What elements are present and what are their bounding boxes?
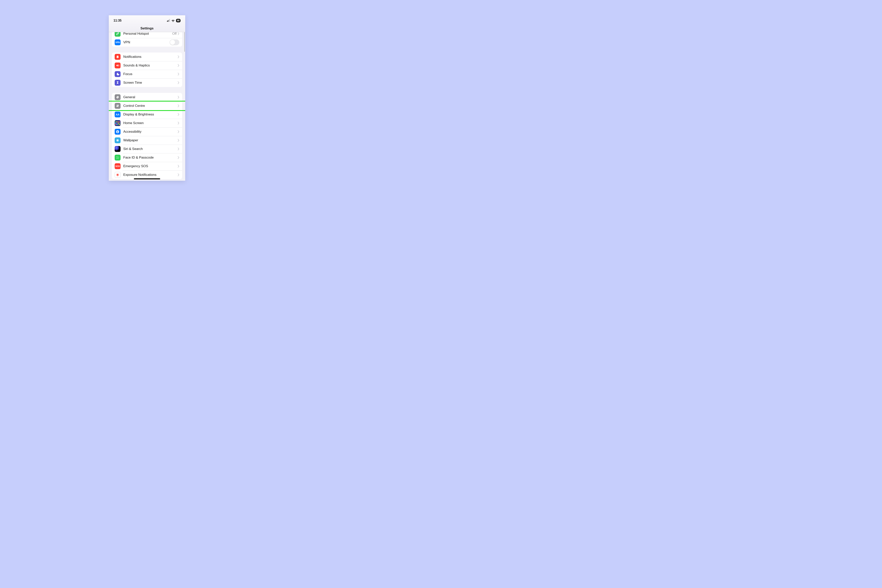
svg-point-16 bbox=[118, 157, 118, 158]
chevron-right-icon bbox=[178, 64, 179, 67]
row-label: Exposure Notifications bbox=[123, 173, 178, 177]
settings-row-notifications[interactable]: Notifications bbox=[112, 52, 182, 61]
svg-line-24 bbox=[118, 174, 118, 174]
settings-row-vpn[interactable]: VPNVPN bbox=[112, 38, 182, 46]
row-label: Personal Hotspot bbox=[123, 32, 172, 36]
page-title: Settings bbox=[109, 25, 185, 32]
settings-row-general[interactable]: General bbox=[112, 93, 182, 102]
hourglass-icon bbox=[115, 80, 120, 86]
settings-group: GeneralControl CentreAADisplay & Brightn… bbox=[112, 93, 182, 179]
chevron-right-icon bbox=[178, 122, 179, 124]
svg-line-25 bbox=[117, 176, 117, 176]
chevron-right-icon bbox=[178, 139, 179, 142]
row-label: Accessibility bbox=[123, 130, 178, 134]
chevron-right-icon bbox=[178, 165, 179, 168]
switches-icon bbox=[115, 103, 120, 109]
row-label: General bbox=[123, 95, 178, 99]
siri-icon bbox=[115, 146, 120, 152]
flower-icon bbox=[115, 137, 120, 143]
row-label: VPN bbox=[123, 40, 170, 44]
wifi-icon bbox=[171, 19, 175, 22]
svg-point-15 bbox=[117, 157, 117, 158]
chevron-right-icon bbox=[178, 32, 179, 35]
settings-group: Personal HotspotOffVPNVPN bbox=[112, 32, 182, 46]
settings-row-focus[interactable]: Focus bbox=[112, 70, 182, 78]
svg-point-3 bbox=[117, 97, 118, 98]
home-indicator[interactable] bbox=[134, 178, 160, 179]
row-label: Home Screen bbox=[123, 121, 178, 125]
vpn-icon: VPN bbox=[115, 39, 120, 45]
settings-row-siri[interactable]: Siri & Search bbox=[112, 145, 182, 153]
chevron-right-icon bbox=[178, 56, 179, 58]
scrollbar[interactable] bbox=[184, 32, 185, 52]
speaker-icon bbox=[115, 63, 120, 68]
row-label: Face ID & Passcode bbox=[123, 156, 178, 159]
toggle-switch[interactable] bbox=[170, 39, 179, 45]
chevron-right-icon bbox=[178, 113, 179, 116]
chevron-right-icon bbox=[178, 105, 179, 107]
row-label: Control Centre bbox=[123, 104, 178, 108]
svg-point-9 bbox=[117, 131, 118, 131]
svg-rect-1 bbox=[116, 57, 119, 58]
grid-icon bbox=[115, 120, 120, 126]
settings-row-sos[interactable]: SOSEmergency SOS bbox=[112, 162, 182, 171]
chevron-right-icon bbox=[178, 96, 179, 99]
row-label: Siri & Search bbox=[123, 147, 178, 151]
settings-row-homescreen[interactable]: Home Screen bbox=[112, 119, 182, 128]
chevron-right-icon bbox=[178, 73, 179, 75]
row-label: Screen Time bbox=[123, 81, 178, 85]
row-label: Display & Brightness bbox=[123, 112, 178, 116]
svg-point-2 bbox=[117, 58, 118, 58]
svg-line-22 bbox=[117, 174, 117, 174]
accessibility-icon bbox=[115, 129, 120, 135]
status-time: 11:35 bbox=[114, 19, 122, 22]
settings-row-display[interactable]: AADisplay & Brightness bbox=[112, 110, 182, 119]
settings-row-wallpaper[interactable]: Wallpaper bbox=[112, 136, 182, 145]
link-icon bbox=[115, 32, 120, 37]
chevron-right-icon bbox=[178, 81, 179, 84]
row-label: Focus bbox=[123, 72, 178, 76]
settings-row-faceid[interactable]: Face ID & Passcode bbox=[112, 153, 182, 162]
aa-icon: AA bbox=[115, 111, 120, 117]
settings-row-hotspot[interactable]: Personal HotspotOff bbox=[112, 32, 182, 38]
bell-icon bbox=[115, 54, 120, 60]
covid-icon bbox=[115, 172, 120, 178]
sos-icon: SOS bbox=[115, 163, 120, 169]
chevron-right-icon bbox=[178, 130, 179, 133]
status-indicators: 88 bbox=[167, 19, 180, 22]
row-label: Sounds & Haptics bbox=[123, 63, 178, 68]
face-icon bbox=[115, 154, 120, 160]
svg-point-5 bbox=[117, 105, 117, 106]
chevron-right-icon bbox=[178, 174, 179, 176]
settings-row-sounds[interactable]: Sounds & Haptics bbox=[112, 61, 182, 70]
settings-row-accessibility[interactable]: Accessibility bbox=[112, 128, 182, 136]
settings-row-screentime[interactable]: Screen Time bbox=[112, 78, 182, 87]
chevron-right-icon bbox=[178, 148, 179, 150]
row-label: Emergency SOS bbox=[123, 164, 178, 168]
svg-line-23 bbox=[118, 176, 118, 176]
settings-row-control_centre[interactable]: Control Centre bbox=[112, 102, 182, 110]
settings-row-exposure[interactable]: Exposure Notifications bbox=[112, 171, 182, 179]
phone-frame: 11:35 88 Settings Personal HotspotOffVPN… bbox=[109, 15, 185, 181]
row-label: Notifications bbox=[123, 55, 178, 59]
status-bar: 11:35 88 bbox=[109, 15, 185, 25]
settings-scroll[interactable]: Personal HotspotOffVPNVPNNotificationsSo… bbox=[109, 32, 185, 181]
svg-rect-14 bbox=[116, 156, 119, 159]
settings-group: NotificationsSounds & HapticsFocusScreen… bbox=[112, 52, 182, 87]
battery-indicator: 88 bbox=[176, 19, 180, 22]
chevron-right-icon bbox=[178, 156, 179, 159]
cellular-icon bbox=[167, 19, 170, 22]
svg-point-17 bbox=[117, 174, 118, 176]
row-label: Wallpaper bbox=[123, 138, 178, 142]
svg-point-7 bbox=[118, 106, 118, 107]
moon-icon bbox=[115, 71, 120, 77]
row-detail: Off bbox=[172, 32, 177, 36]
gear-icon bbox=[115, 94, 120, 100]
